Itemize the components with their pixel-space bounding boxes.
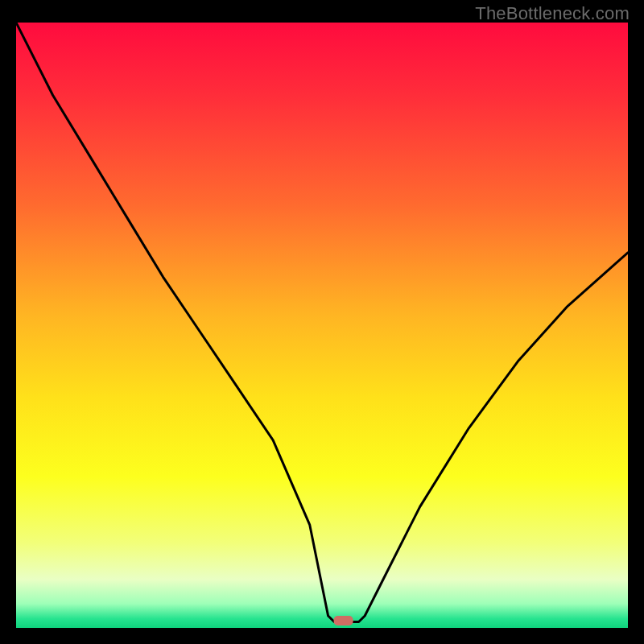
watermark-text: TheBottleneck.com <box>475 3 630 24</box>
gradient-background <box>16 23 628 628</box>
chart-frame: TheBottleneck.com <box>0 0 644 644</box>
plot-svg <box>16 23 628 628</box>
optimal-marker <box>334 616 353 625</box>
bottleneck-plot <box>16 23 628 628</box>
